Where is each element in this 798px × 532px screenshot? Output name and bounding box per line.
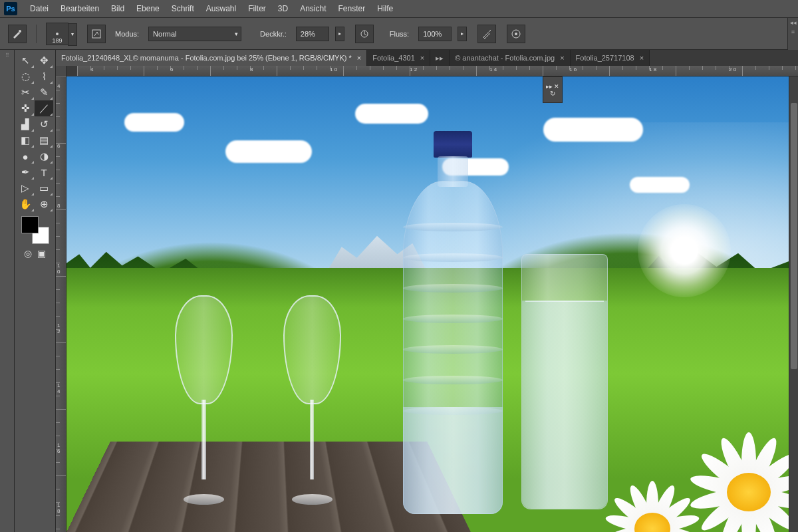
tab-title: © anantachat - Fotolia.com.jpg	[455, 54, 555, 62]
document-area: Fotolia_21240648_XL© momanuma - Fotolia.…	[56, 50, 798, 532]
document-tabs: Fotolia_21240648_XL© momanuma - Fotolia.…	[56, 50, 798, 66]
tool-type[interactable]: T	[35, 164, 53, 180]
airbrush-icon[interactable]	[477, 25, 496, 43]
close-icon[interactable]: ×	[420, 54, 424, 62]
dock-strip: ⠿	[0, 50, 15, 532]
opacity-flyout[interactable]: ▸	[335, 27, 344, 41]
close-icon[interactable]: ×	[560, 54, 564, 62]
tool-stamp[interactable]: ▟	[16, 116, 35, 132]
image-cloud	[543, 118, 643, 142]
chevron-down-icon: ▾	[235, 31, 238, 37]
image-sun	[638, 204, 731, 297]
brush-size-label: 189	[52, 37, 62, 44]
tool-path-select[interactable]: ▷	[16, 180, 35, 196]
image-cloud	[630, 177, 690, 193]
svg-point-4	[515, 33, 517, 35]
screenmode-icon[interactable]: ▣	[37, 248, 46, 259]
image-daisy	[689, 432, 789, 532]
image-water-glass	[521, 254, 608, 509]
panel-icon[interactable]: ↻	[550, 90, 555, 97]
tool-zoom[interactable]: ⊕	[35, 196, 53, 212]
opacity-label: Deckkr.:	[260, 30, 287, 38]
brush-panel-toggle-icon[interactable]	[87, 25, 106, 43]
scrollbar-vertical[interactable]	[789, 76, 798, 532]
tool-gradient[interactable]: ▤	[35, 132, 53, 148]
tool-artboard[interactable]: ✥	[35, 53, 53, 68]
flow-input[interactable]: 100%	[418, 27, 452, 41]
panel-grip-icon: ≡	[788, 27, 798, 37]
tool-lasso[interactable]: ⌇	[35, 68, 53, 84]
menu-item-filter[interactable]: Filter	[242, 0, 272, 17]
menu-item-schrift[interactable]: Schrift	[166, 0, 200, 17]
separator	[36, 25, 37, 43]
document-tab[interactable]: Fotolia_4301×	[367, 50, 430, 66]
dock-handle-icon[interactable]: ⠿	[1, 53, 13, 58]
foreground-swatch[interactable]	[21, 216, 39, 233]
app-logo: Ps	[4, 2, 17, 15]
menu-item-hilfe[interactable]: Hilfe	[371, 0, 399, 17]
ruler-vertical[interactable]: 4681 01 21 41 61 8	[56, 76, 66, 532]
menu-item-auswahl[interactable]: Auswahl	[200, 0, 242, 17]
close-icon[interactable]: ×	[640, 54, 644, 62]
menu-bar: Ps DateiBearbeitenBildEbeneSchriftAuswah…	[0, 0, 798, 18]
image-cloud	[124, 113, 184, 132]
document-tab[interactable]: © anantachat - Fotolia.com.jpg×	[450, 50, 570, 66]
mode-label: Modus:	[115, 30, 139, 38]
menu-item-bild[interactable]: Bild	[105, 0, 130, 17]
tool-crop[interactable]: ✂	[16, 84, 35, 100]
blend-mode-select[interactable]: Normal ▾	[148, 27, 241, 41]
tool-blur[interactable]: ●	[16, 148, 35, 164]
chevron-down-icon[interactable]: ▾	[68, 23, 77, 46]
menu-item-fenster[interactable]: Fenster	[332, 0, 372, 17]
tool-eyedropper[interactable]: ✎	[35, 84, 53, 100]
flow-label: Fluss:	[390, 30, 409, 38]
image-cloud	[225, 140, 312, 163]
pressure-size-icon[interactable]	[507, 25, 525, 43]
menu-item-ansicht[interactable]: Ansicht	[294, 0, 332, 17]
collapsed-panel-dock[interactable]: ◂◂ ≡	[787, 18, 798, 50]
canvas[interactable]: ▸▸ ✕ ↻	[66, 76, 789, 532]
document-tab[interactable]: Fotolia_25717108×	[571, 50, 650, 66]
options-bar: 189 ▾ Modus: Normal ▾ Deckkr.: 28% ▸ Flu…	[0, 18, 798, 50]
image-wine-glass	[168, 295, 240, 505]
tool-history-brush[interactable]: ↺	[35, 116, 53, 132]
svg-rect-1	[92, 30, 100, 38]
menu-item-3d[interactable]: 3D	[272, 0, 294, 17]
expand-panels-icon[interactable]: ◂◂	[788, 18, 798, 27]
tool-preset-icon[interactable]	[8, 25, 27, 43]
image-daisy	[602, 479, 702, 532]
opacity-value: 28%	[301, 30, 315, 38]
panel-collapse-icon[interactable]: ▸▸ ✕	[546, 83, 560, 90]
tool-move[interactable]: ↖	[16, 53, 35, 68]
color-swatches[interactable]	[21, 216, 49, 244]
close-icon[interactable]: ×	[357, 54, 361, 62]
floating-panel[interactable]: ▸▸ ✕ ↻	[543, 76, 563, 103]
flow-flyout[interactable]: ▸	[458, 27, 467, 41]
tool-pen[interactable]: ✒	[16, 164, 35, 180]
opacity-input[interactable]: 28%	[296, 27, 329, 41]
pressure-opacity-icon[interactable]	[355, 25, 374, 43]
scrollbar-thumb[interactable]	[791, 103, 797, 369]
tool-eraser[interactable]: ◧	[16, 132, 35, 148]
tool-hand[interactable]: ✋	[16, 196, 35, 212]
image-wine-glass	[276, 295, 348, 505]
tool-dodge[interactable]: ◑	[35, 148, 53, 164]
tool-healing[interactable]: ✜	[16, 100, 35, 116]
flow-value: 100%	[423, 30, 442, 38]
document-tab[interactable]: Fotolia_21240648_XL© momanuma - Fotolia.…	[56, 50, 367, 66]
tool-marquee[interactable]: ◌	[16, 68, 35, 84]
menu-item-datei[interactable]: Datei	[24, 0, 55, 17]
tools-panel: ↖✥◌⌇✂✎✜／▟↺◧▤●◑✒T▷▭✋⊕ ◎ ▣	[15, 50, 56, 532]
menu-item-bearbeiten[interactable]: Bearbeiten	[55, 0, 105, 17]
ruler-origin[interactable]	[56, 66, 66, 76]
svg-point-0	[19, 30, 21, 33]
tab-overflow[interactable]: ▸▸	[430, 50, 450, 66]
quickmask-icon[interactable]: ◎	[24, 248, 32, 259]
ruler-horizontal[interactable]: 4681 01 21 41 61 82 0	[77, 66, 798, 76]
tool-rectangle[interactable]: ▭	[35, 180, 53, 196]
brush-preset-picker[interactable]: 189 ▾	[46, 23, 68, 45]
image-cloud	[355, 104, 428, 124]
tool-brush[interactable]: ／	[35, 100, 53, 116]
tab-title: Fotolia_25717108	[576, 54, 634, 62]
menu-item-ebene[interactable]: Ebene	[130, 0, 166, 17]
